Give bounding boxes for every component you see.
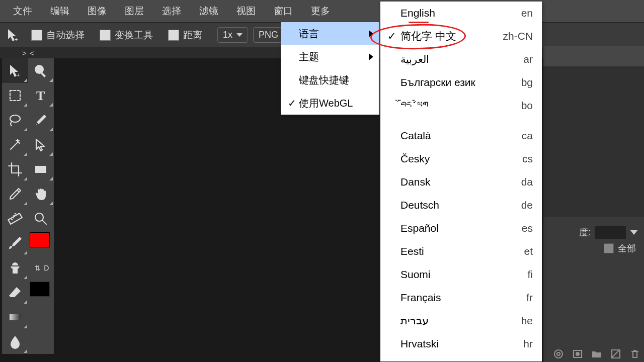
all-checkbox[interactable] [604,243,614,253]
type-tool[interactable]: T [28,83,54,108]
direct-select-tool[interactable] [28,132,54,157]
mask-icon[interactable] [572,348,584,360]
trash-icon[interactable] [629,348,641,360]
swap-colors-icon[interactable]: ⇅ [35,264,41,272]
menu-window[interactable]: 窗口 [265,5,302,18]
hand-tool[interactable] [28,182,54,206]
export-format-button[interactable]: PNG [253,27,284,43]
lang-name: Deutsch [400,199,439,211]
opacity-label: 度: [579,226,591,238]
folder-icon[interactable] [591,348,603,360]
lang-name: Български език [400,76,475,88]
lang-item-zhcn[interactable]: ✓简化字 中文 zh-CN [380,25,542,48]
lang-item-fr[interactable]: Français fr [380,286,542,309]
lang-code: bo [521,100,533,112]
more-menu-theme[interactable]: 主题 [281,45,379,68]
ruler-tool[interactable] [2,206,28,231]
lang-name: བོད་ཡིག [400,100,428,112]
menu-more[interactable]: 更多 [302,5,339,18]
more-menu-language[interactable]: 语言 [281,22,379,45]
lang-code: de [521,199,533,211]
chevron-down-icon[interactable] [630,230,638,235]
lang-name: Català [400,130,431,142]
marquee-tool[interactable] [2,83,28,108]
lang-item-cs[interactable]: Česky cs [380,147,542,170]
blur-tool[interactable] [2,329,28,354]
menu-view[interactable]: 视图 [227,5,265,18]
lang-item-es[interactable]: Español es [380,217,542,240]
opacity-row: 度: [543,222,644,242]
eyedropper-tool[interactable] [2,182,28,206]
language-submenu: English en ✓简化字 中文 zh-CN العربية ar Бълг… [380,2,542,361]
svg-point-1 [554,350,562,358]
svg-point-2 [557,352,560,355]
fx-icon[interactable] [552,348,565,360]
lang-item-bg[interactable]: Български език bg [380,71,542,94]
menu-image[interactable]: 图像 [78,5,116,18]
gradient-tool[interactable] [2,305,28,329]
lang-item-ar[interactable]: العربية ar [380,48,542,71]
lang-code: cs [522,153,533,165]
more-menu-webgl-label: 使用WebGL [299,97,353,110]
lang-item-ca[interactable]: Català ca [380,124,542,147]
more-menu-shortcuts[interactable]: 键盘快捷键 [281,68,379,92]
opt-distance[interactable]: 距离 [168,29,202,42]
lang-name: English [400,7,435,19]
zoom-tool[interactable] [28,58,54,83]
lang-item-fi[interactable]: Suomi fi [380,263,542,286]
lang-item-de[interactable]: Deutsch de [380,194,542,217]
menu-select[interactable]: 选择 [153,5,190,18]
lang-item-he[interactable]: עברית he [380,309,542,332]
tool-palette: + T [2,58,54,354]
all-label: 全部 [618,242,636,254]
brush-tool[interactable] [2,231,28,255]
opacity-input[interactable] [595,226,626,239]
default-colors-icon[interactable]: D [44,264,49,272]
clone-stamp-tool[interactable] [2,255,28,280]
more-menu-webgl[interactable]: ✓ 使用WebGL [281,92,379,115]
checkbox-icon[interactable] [31,30,42,41]
lang-item-hr[interactable]: Hrvatski hr [380,332,542,355]
rectangle-tool[interactable] [28,157,54,182]
scale-value: 1x [223,30,232,40]
all-row: 全部 [543,242,644,254]
svg-text:+: + [17,72,20,78]
zoom-tool-2[interactable] [28,206,54,231]
move-tool[interactable]: + [2,58,28,83]
checkbox-icon[interactable] [168,30,179,41]
magic-wand-tool[interactable] [2,132,28,157]
svg-point-4 [576,352,580,356]
menu-layer[interactable]: 图层 [116,5,153,18]
opt-distance-label: 距离 [183,29,202,42]
check-icon: ✓ [386,30,397,42]
menu-file[interactable]: 文件 [4,5,41,18]
swatch-swap-default[interactable]: ⇅ D [28,255,54,280]
eraser-tool[interactable] [2,280,28,305]
pen-tool[interactable] [28,108,54,132]
check-icon: ✓ [288,97,299,109]
menu-edit[interactable]: 编辑 [41,5,78,18]
menu-filter[interactable]: 滤镜 [190,5,227,18]
opt-transform-tool[interactable]: 变换工具 [100,29,153,42]
lang-code: bg [521,76,533,88]
svg-text:+: + [15,36,18,42]
lang-item-bo[interactable]: བོད་ཡིག bo [380,94,542,117]
lang-name: Español [400,222,439,234]
background-swatch[interactable] [28,280,54,305]
lang-item-en[interactable]: English en [380,2,542,25]
more-menu-language-label: 语言 [299,27,319,41]
new-layer-icon[interactable] [610,348,622,360]
lang-item-et[interactable]: Eesti et [380,240,542,263]
svg-rect-16 [10,314,21,320]
scale-dropdown[interactable]: 1x [217,27,248,43]
lang-name: Hrvatski [400,338,439,350]
opt-auto-select[interactable]: 自动选择 [31,29,85,42]
menubar: 文件 编辑 图像 图层 选择 滤镜 视图 窗口 更多 [0,0,644,22]
lasso-tool[interactable] [2,108,28,132]
crop-tool[interactable] [2,157,28,182]
lang-name: Dansk [400,176,431,188]
submenu-arrow-icon [369,53,373,60]
checkbox-icon[interactable] [100,30,111,41]
foreground-swatch[interactable] [28,231,54,255]
lang-item-da[interactable]: Dansk da [380,170,542,194]
